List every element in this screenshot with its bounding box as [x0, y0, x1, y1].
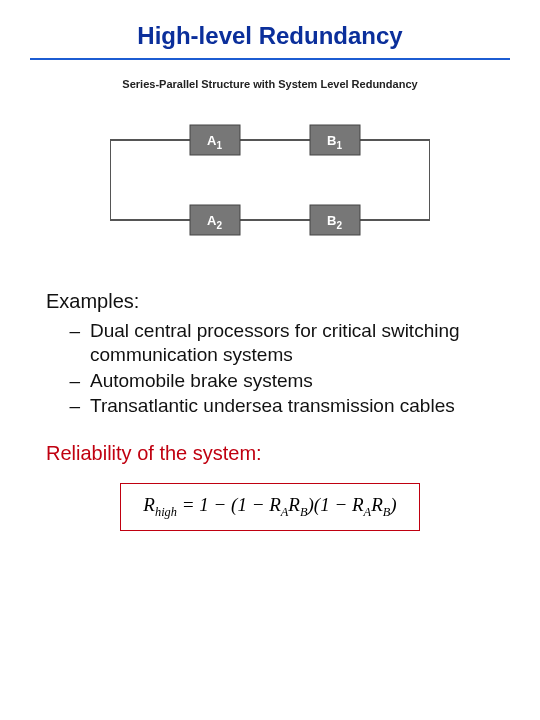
reliability-heading: Reliability of the system: [46, 442, 494, 465]
examples-heading: Examples: [46, 290, 494, 313]
list-item: –Automobile brake systems [46, 369, 494, 393]
formula-RB2: R [371, 494, 383, 515]
title-underline [30, 58, 510, 60]
examples-list: –Dual central processors for critical sw… [46, 319, 494, 418]
formula-B1: B [300, 505, 308, 519]
formula-RA2: R [352, 494, 364, 515]
bullet-dash: – [46, 369, 90, 393]
formula-container: Rhigh = 1 − (1 − RARB)(1 − RARB) [30, 483, 510, 531]
formula-eq: = 1 − (1 − [177, 494, 269, 515]
bullet-dash: – [46, 394, 90, 418]
formula-box: Rhigh = 1 − (1 − RARB)(1 − RARB) [120, 483, 419, 531]
formula-mid: )(1 − [308, 494, 352, 515]
list-item: –Dual central processors for critical sw… [46, 319, 494, 367]
diagram-caption: Series-Parallel Structure with System Le… [100, 78, 440, 90]
formula-RA1: R [269, 494, 281, 515]
diagram: Series-Parallel Structure with System Le… [100, 78, 440, 260]
list-item: –Transatlantic undersea transmission cab… [46, 394, 494, 418]
list-item-text: Automobile brake systems [90, 369, 494, 393]
list-item-text: Dual central processors for critical swi… [90, 319, 494, 367]
diagram-container: Series-Parallel Structure with System Le… [30, 78, 510, 260]
formula-RB1: R [288, 494, 300, 515]
page-title: High-level Redundancy [30, 22, 510, 50]
formula-end: ) [390, 494, 396, 515]
diagram-svg: A1 B1 A2 B2 [110, 100, 430, 260]
formula-R: R [143, 494, 155, 515]
slide: High-level Redundancy Series-Parallel St… [0, 0, 540, 720]
formula-R-sub: high [155, 505, 177, 519]
bullet-dash: – [46, 319, 90, 343]
list-item-text: Transatlantic undersea transmission cabl… [90, 394, 494, 418]
